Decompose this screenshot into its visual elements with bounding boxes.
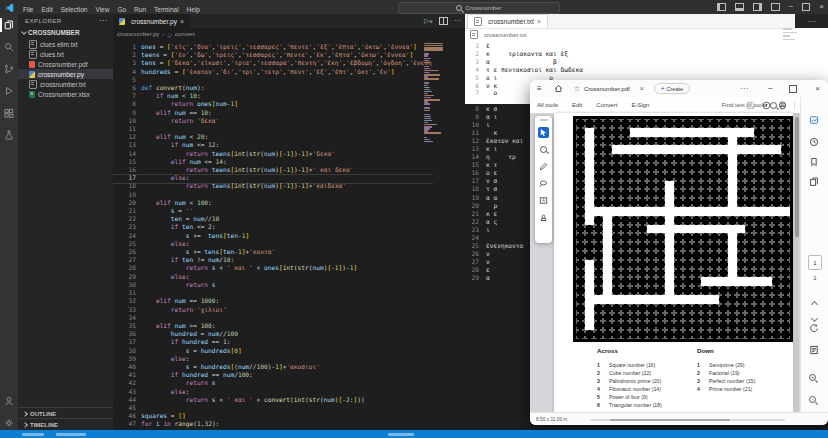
- txt-line[interactable]: 3α β: [465, 58, 828, 66]
- close-icon[interactable]: ×: [819, 3, 824, 11]
- txt-line[interactable]: 20 ρ: [465, 202, 530, 210]
- folder-crossnumber[interactable]: CROSSNUMBER: [18, 27, 113, 37]
- code-line[interactable]: ones = ['εἱς','δυο','τρεις','τεσσαρες','…: [141, 43, 433, 51]
- titlebar-more-icon[interactable]: ⋯: [740, 84, 748, 93]
- code-line[interactable]: else:: [141, 240, 433, 248]
- txt-line[interactable]: 22α ς: [465, 218, 530, 226]
- code-line[interactable]: s += tens[ten-1]+'κοντα': [141, 248, 433, 256]
- history-icon[interactable]: [809, 137, 820, 148]
- code-line[interactable]: hundred = num//100: [141, 330, 433, 338]
- zoom-in-icon[interactable]: +: [809, 367, 820, 378]
- acrobat-menu-edit[interactable]: Edit: [565, 102, 589, 108]
- code-line[interactable]: return ones[num-1]: [141, 100, 433, 108]
- code-line[interactable]: else:: [141, 174, 433, 182]
- txt-line[interactable]: 27ν: [465, 258, 530, 266]
- minimize-icon[interactable]: −: [789, 3, 794, 11]
- stamp-tool-icon[interactable]: [538, 212, 549, 223]
- file-item-clues-txt[interactable]: clues.txt: [18, 49, 113, 59]
- pen-tool-icon[interactable]: [538, 161, 549, 172]
- file-item-crossnumber-py[interactable]: crossnumber.py: [18, 69, 113, 79]
- page-number-input[interactable]: 1: [808, 255, 822, 270]
- txt-line[interactable]: 14η τρ: [465, 153, 530, 161]
- code-line[interactable]: elif num == 1000:: [141, 297, 433, 305]
- file-item-crossnumber-txt[interactable]: crossnumber.txt: [18, 79, 113, 89]
- txt-line[interactable]: 11 κ: [465, 129, 530, 137]
- fit-page-icon[interactable]: [809, 345, 820, 356]
- bookmarks-icon[interactable]: [809, 157, 820, 168]
- toggle-secondary-sidebar-icon[interactable]: [753, 3, 762, 11]
- select-tool-icon[interactable]: [538, 127, 549, 138]
- code-line[interactable]: def convert(num):: [141, 84, 433, 92]
- acrobat-menu-all-tools[interactable]: All tools: [530, 102, 565, 108]
- acrobat-menu-e-sign[interactable]: E-Sign: [624, 102, 656, 108]
- txt-line[interactable]: 1ἑ: [465, 42, 828, 50]
- code-line[interactable]: [141, 76, 433, 84]
- share-icon[interactable]: [762, 101, 771, 110]
- code-line[interactable]: [141, 314, 433, 322]
- code-line[interactable]: [141, 404, 433, 412]
- code-line[interactable]: return 'χιλιοι': [141, 306, 433, 314]
- txt-line[interactable]: 9α ι: [465, 113, 530, 121]
- code-line[interactable]: if ten <= 2:: [141, 223, 433, 231]
- status-bar[interactable]: [0, 430, 828, 438]
- txt-line[interactable]: 10ι: [465, 121, 530, 129]
- code-line[interactable]: elif num <= 14:: [141, 158, 433, 166]
- menu-file[interactable]: File: [19, 6, 37, 13]
- code-line[interactable]: [141, 125, 433, 133]
- code-line[interactable]: hundreds = ['ἑκατον','δι','τρι','τετρ','…: [141, 68, 433, 76]
- code-line[interactable]: s = hundreds[(num//100)-1]+'ακοσιοι': [141, 363, 433, 371]
- code-line[interactable]: elif num < 20:: [141, 133, 433, 141]
- code-line[interactable]: return teens[int(str(num)[-1])-1]+'δεκα': [141, 150, 433, 158]
- code-line[interactable]: return 'δεκα': [141, 117, 433, 125]
- breadcrumb-file[interactable]: crossnumber.py: [117, 31, 159, 37]
- explorer-icon[interactable]: [4, 20, 14, 30]
- toggle-panel-icon[interactable]: [735, 3, 744, 11]
- search-icon[interactable]: [4, 42, 14, 52]
- code-line[interactable]: return s: [141, 379, 433, 387]
- code-line[interactable]: [141, 191, 433, 199]
- close-tab-icon[interactable]: ×: [180, 18, 184, 25]
- code-line[interactable]: s = hundreds[0]: [141, 347, 433, 355]
- settings-gear-icon[interactable]: [4, 418, 14, 428]
- text-box-tool-icon[interactable]: A: [538, 195, 549, 206]
- run-python-icon[interactable]: ▷∨: [424, 17, 433, 25]
- create-button[interactable]: +Create: [654, 83, 690, 94]
- code-line[interactable]: for i in range(1,32):: [141, 420, 433, 428]
- txt-line[interactable]: 4τ ε πεντακοσιοι και δωδεκα: [465, 66, 828, 74]
- close-pdf-tab-icon[interactable]: ×: [640, 85, 644, 92]
- rotate-page-icon[interactable]: [809, 323, 820, 334]
- pages-icon[interactable]: [809, 177, 820, 188]
- code-line[interactable]: elif num < 100:: [141, 199, 433, 207]
- menu-view[interactable]: View: [91, 6, 113, 13]
- zoom-tool-icon[interactable]: [538, 144, 549, 155]
- acrobat-minimize-icon[interactable]: −: [768, 84, 773, 93]
- code-line[interactable]: else:: [141, 388, 433, 396]
- code-line[interactable]: if num < 10:: [141, 92, 433, 100]
- highlighter-tool-icon[interactable]: [538, 178, 549, 189]
- code-line[interactable]: else:: [141, 355, 433, 363]
- testing-icon[interactable]: [4, 130, 14, 140]
- code-line[interactable]: elif num >= 100:: [141, 322, 433, 330]
- code-line[interactable]: return s: [141, 281, 433, 289]
- run-debug-icon[interactable]: [4, 86, 14, 96]
- menu-run[interactable]: Run: [130, 6, 150, 13]
- menu-go[interactable]: Go: [113, 6, 130, 13]
- account-icon[interactable]: [4, 396, 14, 406]
- file-item-crossnumber-pdf[interactable]: Crossnumber.pdf: [18, 59, 113, 69]
- txt-line[interactable]: 8κ σ: [465, 105, 530, 113]
- code-line[interactable]: tens = ['δεκα','εἱκοσι','τρια','τεσσαρα'…: [141, 59, 433, 67]
- customize-layout-icon[interactable]: [771, 3, 780, 11]
- more-actions-icon[interactable]: ⋯: [454, 17, 461, 25]
- scrollbar-thumb[interactable]: [795, 117, 799, 237]
- txt-line[interactable]: 28ε: [465, 266, 530, 274]
- source-control-icon[interactable]: [4, 64, 14, 74]
- txt-line[interactable]: 23ι: [465, 226, 530, 234]
- save-icon[interactable]: [746, 101, 755, 110]
- txt-line[interactable]: 21κ ε: [465, 210, 530, 218]
- code-line[interactable]: else:: [141, 273, 433, 281]
- pdf-vertical-scrollbar[interactable]: [794, 113, 799, 412]
- extensions-icon[interactable]: [4, 108, 14, 118]
- pdf-horizontal-scrollbar[interactable]: [590, 419, 785, 421]
- rail-handle-icon[interactable]: [540, 119, 548, 121]
- txt-line[interactable]: 24: [465, 234, 530, 242]
